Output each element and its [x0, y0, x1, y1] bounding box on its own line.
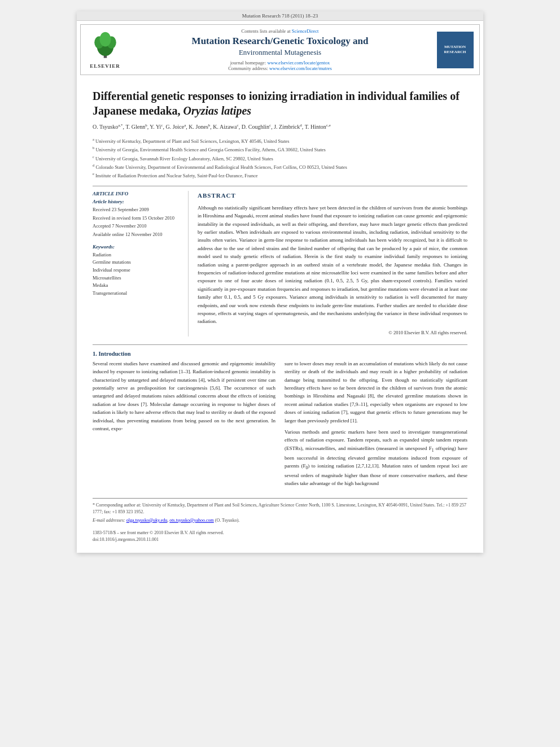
received-date: Received 23 September 2009 [93, 206, 181, 213]
footnote-section: * Corresponding author at: University of… [93, 498, 467, 524]
article-title: Differential genetic responses to ionizi… [93, 89, 467, 118]
journal-links: journal homepage: www.elsevier.com/locat… [130, 60, 430, 71]
abstract-text: Although no statistically significant he… [198, 204, 467, 326]
footnote-corresponding: * Corresponding author at: University of… [93, 502, 467, 516]
body-col-left: Several recent studies have examined and… [93, 360, 275, 491]
accepted-date: Accepted 7 November 2010 [93, 222, 181, 230]
divider-2 [93, 344, 467, 345]
article-info-abstract-section: ARTICLE INFO Article history: Received 2… [93, 191, 467, 337]
revised-date: Received in revised form 15 October 2010 [93, 215, 181, 222]
email-link-2[interactable]: ots.tsyusko@yahoo.com [169, 518, 213, 523]
section1-title: 1. Introduction [93, 351, 467, 357]
keyword-radiation: Radiation [93, 251, 181, 259]
article-info-column: ARTICLE INFO Article history: Received 2… [93, 191, 189, 337]
keyword-medaka: Medaka [93, 282, 181, 290]
divider-1 [93, 186, 467, 186]
journal-logo-area: MUTATION RESEARCH [435, 32, 475, 68]
email-link-1[interactable]: olga.tsyusko@uky.edu [126, 518, 168, 523]
journal-title-area: Contents lists available at ScienceDirec… [125, 28, 435, 71]
footer-info: 1383-5718/$ – see front matter © 2010 El… [93, 530, 467, 544]
journal-header: ELSEVIER Contents lists available at Sci… [80, 24, 480, 75]
journal-title-sub: Environmental Mutagenesis [130, 48, 430, 57]
issn-line: 1383-5718/$ – see front matter © 2010 El… [93, 530, 467, 537]
article-history-block: Article history: Received 23 September 2… [93, 199, 181, 238]
homepage-url[interactable]: www.elsevier.com/locate/gentox [267, 60, 330, 65]
mutation-research-logo: MUTATION RESEARCH [437, 32, 474, 68]
body-para-3: Various methods and genetic markers have… [285, 428, 467, 488]
article-content: Differential genetic responses to ionizi… [77, 78, 483, 553]
sciencedirect-link[interactable]: ScienceDirect [292, 28, 319, 34]
keywords-block: Keywords: Radiation Germline mutations I… [93, 244, 181, 298]
copyright-notice: © 2010 Elsevier B.V. All rights reserved… [198, 329, 467, 337]
elsevier-logo-area: ELSEVIER [85, 31, 125, 69]
svg-point-4 [99, 32, 111, 47]
abstract-heading: ABSTRACT [198, 191, 467, 200]
body-col-right: sure to lower doses may result in an acc… [285, 360, 467, 491]
article-reference-bar: Mutation Research 718 (2011) 18–23 [77, 11, 483, 21]
elsevier-tree-icon [90, 31, 121, 62]
doi-line: doi:10.1016/j.mrgentox.2010.11.001 [93, 536, 467, 544]
community-url[interactable]: www.elsevier.com/locate/mutres [269, 65, 332, 71]
body-para-2: sure to lower doses may result in an acc… [285, 360, 467, 425]
authors-list: O. Tsyuskoa,*, T. Glennb, Y. Yic, G. Joi… [93, 123, 467, 132]
elsevier-brand-text: ELSEVIER [90, 63, 120, 69]
journal-title-main: Mutation Research/Genetic Toxicology and [130, 36, 430, 47]
article-info-heading: ARTICLE INFO [93, 191, 181, 196]
keyword-microsatellites: Microsatellites [93, 274, 181, 282]
abstract-column: ABSTRACT Although no statistically signi… [198, 191, 467, 337]
footnote-email: E-mail addresses: olga.tsyusko@uky.edu, … [93, 517, 467, 524]
affiliations-list: a University of Kentucky, Department of … [93, 137, 467, 180]
online-date: Available online 12 November 2010 [93, 231, 181, 238]
body-para-1: Several recent studies have examined and… [93, 360, 275, 433]
keyword-germline: Germline mutations [93, 259, 181, 267]
body-two-columns: Several recent studies have examined and… [93, 360, 467, 491]
keywords-label: Keywords: [93, 244, 181, 250]
article-ref-text: Mutation Research 718 (2011) 18–23 [242, 13, 318, 19]
elsevier-logo: ELSEVIER [85, 31, 125, 69]
keyword-individual: Individual response [93, 267, 181, 274]
body-content: 1. Introduction Several recent studies h… [93, 351, 467, 491]
keyword-transgenerational: Transgenerational [93, 290, 181, 298]
sciencedirect-line: Contents lists available at ScienceDirec… [130, 28, 430, 34]
article-history-label: Article history: [93, 199, 181, 204]
